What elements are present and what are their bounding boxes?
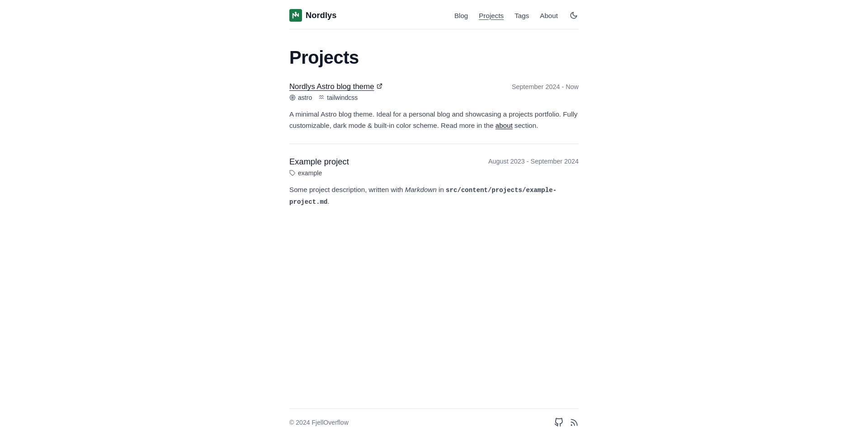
logo-icon: [289, 9, 302, 22]
project-tags-example: example: [289, 169, 579, 177]
tag-tailwindcss: tailwindcss: [318, 94, 358, 101]
project-card-example: Example project August 2023 - September …: [289, 157, 579, 207]
tag-example-label: example: [298, 169, 322, 177]
project-title-nordlys: Nordlys Astro blog theme: [289, 82, 374, 91]
project-divider: [289, 144, 579, 144]
external-link-icon: [377, 83, 382, 90]
logo-link[interactable]: Nordlys: [289, 9, 336, 22]
svg-line-2: [379, 84, 382, 87]
logo-text: Nordlys: [306, 10, 336, 20]
tag-example: example: [289, 169, 322, 177]
project-title-example: Example project: [289, 157, 349, 167]
project-card-nordlys: Nordlys Astro blog theme September 2024 …: [289, 82, 579, 131]
project-description-example: Some project description, written with M…: [289, 184, 579, 207]
tag-tailwindcss-label: tailwindcss: [327, 94, 358, 101]
theme-toggle-button[interactable]: [569, 10, 579, 20]
nav-about[interactable]: About: [540, 12, 558, 19]
tailwind-tag-icon: [318, 94, 325, 101]
moon-icon: [570, 11, 578, 19]
tag-astro: astro: [289, 94, 312, 101]
svg-point-1: [295, 12, 297, 14]
footer-icons: [554, 418, 579, 427]
rss-link[interactable]: [570, 418, 579, 427]
nav-blog[interactable]: Blog: [454, 12, 468, 19]
footer: © 2024 FjellOverflow: [289, 408, 579, 436]
project-date-example: August 2023 - September 2024: [488, 158, 579, 165]
nav-projects[interactable]: Projects: [479, 12, 504, 19]
tag-astro-label: astro: [298, 94, 312, 101]
main-nav: Blog Projects Tags About: [454, 10, 579, 20]
nav-tags[interactable]: Tags: [514, 12, 529, 19]
project-header-nordlys: Nordlys Astro blog theme September 2024 …: [289, 82, 579, 91]
project-description-nordlys: A minimal Astro blog theme. Ideal for a …: [289, 108, 579, 131]
footer-inner: © 2024 FjellOverflow: [289, 418, 579, 436]
page-title: Projects: [289, 47, 579, 68]
project-tags-nordlys: astro tailwindcss: [289, 94, 579, 101]
github-link[interactable]: [554, 418, 563, 427]
project-title-link-nordlys[interactable]: Nordlys Astro blog theme: [289, 82, 382, 91]
github-icon: [554, 418, 563, 427]
svg-point-5: [571, 425, 572, 426]
markdown-italic: Markdown: [405, 186, 437, 193]
project-header-example: Example project August 2023 - September …: [289, 157, 579, 167]
footer-divider: [289, 408, 579, 409]
project-date-nordlys: September 2024 - Now: [512, 83, 579, 90]
about-link[interactable]: about: [495, 122, 513, 129]
project-title-link-example[interactable]: Example project: [289, 157, 349, 167]
main-content: Projects Nordlys Astro blog theme: [289, 29, 579, 226]
footer-copyright: © 2024 FjellOverflow: [289, 419, 349, 426]
astro-tag-icon: [289, 94, 296, 101]
tag-example-icon: [289, 170, 296, 176]
rss-icon: [570, 418, 579, 427]
